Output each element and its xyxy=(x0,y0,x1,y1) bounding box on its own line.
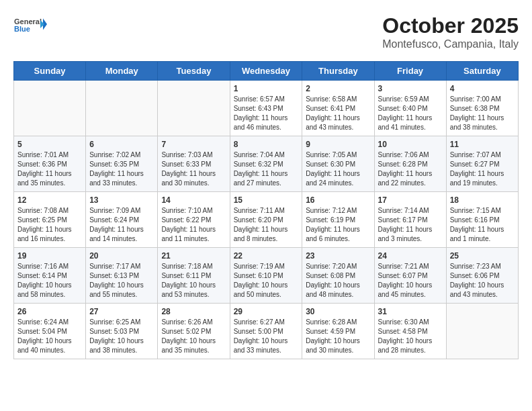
day-info: Sunrise: 7:11 AMSunset: 6:20 PMDaylight:… xyxy=(234,206,299,244)
table-row xyxy=(14,81,86,136)
table-row: 29Sunrise: 6:27 AMSunset: 5:00 PMDayligh… xyxy=(230,304,302,359)
day-number: 13 xyxy=(89,195,154,205)
calendar-table: Sunday Monday Tuesday Wednesday Thursday… xyxy=(13,61,519,359)
day-number: 17 xyxy=(378,195,443,205)
col-sunday: Sunday xyxy=(14,62,86,81)
day-info: Sunrise: 7:01 AMSunset: 6:36 PMDaylight:… xyxy=(17,150,82,188)
table-row xyxy=(86,81,158,136)
col-saturday: Saturday xyxy=(446,62,518,81)
day-number: 22 xyxy=(234,251,299,261)
day-number: 21 xyxy=(161,251,226,261)
table-row: 8Sunrise: 7:04 AMSunset: 6:32 PMDaylight… xyxy=(230,136,302,192)
title-area: October 2025 Montefusco, Campania, Italy xyxy=(382,13,519,50)
day-number: 7 xyxy=(161,140,226,149)
col-monday: Monday xyxy=(86,62,158,81)
table-row: 13Sunrise: 7:09 AMSunset: 6:24 PMDayligh… xyxy=(86,192,158,248)
table-row: 4Sunrise: 7:00 AMSunset: 6:38 PMDaylight… xyxy=(446,81,518,136)
day-number: 14 xyxy=(161,195,226,205)
calendar-week-row: 19Sunrise: 7:16 AMSunset: 6:14 PMDayligh… xyxy=(14,248,519,304)
day-number: 24 xyxy=(378,251,443,261)
page-subtitle: Montefusco, Campania, Italy xyxy=(382,38,519,50)
table-row: 9Sunrise: 7:05 AMSunset: 6:30 PMDaylight… xyxy=(302,136,374,192)
day-number: 12 xyxy=(17,195,82,205)
day-number: 28 xyxy=(161,307,226,316)
table-row: 25Sunrise: 7:23 AMSunset: 6:06 PMDayligh… xyxy=(446,248,518,304)
table-row: 22Sunrise: 7:19 AMSunset: 6:10 PMDayligh… xyxy=(230,248,302,304)
day-info: Sunrise: 7:09 AMSunset: 6:24 PMDaylight:… xyxy=(89,206,154,244)
day-info: Sunrise: 6:24 AMSunset: 5:04 PMDaylight:… xyxy=(17,318,82,355)
day-info: Sunrise: 7:14 AMSunset: 6:17 PMDaylight:… xyxy=(378,206,443,244)
table-row: 18Sunrise: 7:15 AMSunset: 6:16 PMDayligh… xyxy=(446,192,518,248)
table-row: 17Sunrise: 7:14 AMSunset: 6:17 PMDayligh… xyxy=(374,192,446,248)
table-row: 15Sunrise: 7:11 AMSunset: 6:20 PMDayligh… xyxy=(230,192,302,248)
day-number: 18 xyxy=(450,195,515,205)
day-info: Sunrise: 7:06 AMSunset: 6:28 PMDaylight:… xyxy=(378,150,443,188)
day-number: 26 xyxy=(17,307,82,316)
table-row: 23Sunrise: 7:20 AMSunset: 6:08 PMDayligh… xyxy=(302,248,374,304)
day-number: 20 xyxy=(89,251,154,261)
calendar-week-row: 5Sunrise: 7:01 AMSunset: 6:36 PMDaylight… xyxy=(14,136,519,192)
day-info: Sunrise: 7:15 AMSunset: 6:16 PMDaylight:… xyxy=(450,206,515,244)
day-number: 4 xyxy=(450,84,515,93)
day-info: Sunrise: 7:04 AMSunset: 6:32 PMDaylight:… xyxy=(234,150,299,188)
day-number: 9 xyxy=(306,140,370,149)
day-info: Sunrise: 7:05 AMSunset: 6:30 PMDaylight:… xyxy=(306,150,370,188)
col-tuesday: Tuesday xyxy=(158,62,230,81)
day-info: Sunrise: 6:57 AMSunset: 6:43 PMDaylight:… xyxy=(234,95,299,132)
day-number: 6 xyxy=(89,140,154,149)
day-info: Sunrise: 7:00 AMSunset: 6:38 PMDaylight:… xyxy=(450,95,515,132)
col-thursday: Thursday xyxy=(302,62,374,81)
calendar-week-row: 1Sunrise: 6:57 AMSunset: 6:43 PMDaylight… xyxy=(14,81,519,136)
day-number: 15 xyxy=(234,195,299,205)
table-row: 7Sunrise: 7:03 AMSunset: 6:33 PMDaylight… xyxy=(158,136,230,192)
table-row: 31Sunrise: 6:30 AMSunset: 4:58 PMDayligh… xyxy=(374,304,446,359)
day-info: Sunrise: 6:30 AMSunset: 4:58 PMDaylight:… xyxy=(378,318,443,355)
page-title: October 2025 xyxy=(382,13,519,38)
day-info: Sunrise: 6:26 AMSunset: 5:02 PMDaylight:… xyxy=(161,318,226,355)
table-row xyxy=(446,304,518,359)
svg-text:Blue: Blue xyxy=(14,25,30,33)
table-row: 5Sunrise: 7:01 AMSunset: 6:36 PMDaylight… xyxy=(14,136,86,192)
table-row: 19Sunrise: 7:16 AMSunset: 6:14 PMDayligh… xyxy=(14,248,86,304)
day-info: Sunrise: 7:08 AMSunset: 6:25 PMDaylight:… xyxy=(17,206,82,244)
table-row xyxy=(158,81,230,136)
day-info: Sunrise: 7:21 AMSunset: 6:07 PMDaylight:… xyxy=(378,262,443,300)
col-friday: Friday xyxy=(374,62,446,81)
calendar-header-row: Sunday Monday Tuesday Wednesday Thursday… xyxy=(14,62,519,81)
table-row: 10Sunrise: 7:06 AMSunset: 6:28 PMDayligh… xyxy=(374,136,446,192)
day-info: Sunrise: 7:03 AMSunset: 6:33 PMDaylight:… xyxy=(161,150,226,188)
header: General Blue October 2025 Montefusco, Ca… xyxy=(13,13,519,50)
table-row: 20Sunrise: 7:17 AMSunset: 6:13 PMDayligh… xyxy=(86,248,158,304)
table-row: 28Sunrise: 6:26 AMSunset: 5:02 PMDayligh… xyxy=(158,304,230,359)
day-number: 11 xyxy=(450,140,515,149)
day-number: 23 xyxy=(306,251,370,261)
table-row: 12Sunrise: 7:08 AMSunset: 6:25 PMDayligh… xyxy=(14,192,86,248)
day-number: 29 xyxy=(234,307,299,316)
logo-svg: General Blue xyxy=(13,13,47,40)
day-info: Sunrise: 7:16 AMSunset: 6:14 PMDaylight:… xyxy=(17,262,82,300)
day-number: 25 xyxy=(450,251,515,261)
day-info: Sunrise: 6:27 AMSunset: 5:00 PMDaylight:… xyxy=(234,318,299,355)
day-info: Sunrise: 7:12 AMSunset: 6:19 PMDaylight:… xyxy=(306,206,370,244)
day-info: Sunrise: 7:02 AMSunset: 6:35 PMDaylight:… xyxy=(89,150,154,188)
table-row: 2Sunrise: 6:58 AMSunset: 6:41 PMDaylight… xyxy=(302,81,374,136)
day-number: 1 xyxy=(234,84,299,93)
day-number: 27 xyxy=(89,307,154,316)
day-info: Sunrise: 7:19 AMSunset: 6:10 PMDaylight:… xyxy=(234,262,299,300)
day-info: Sunrise: 7:17 AMSunset: 6:13 PMDaylight:… xyxy=(89,262,154,300)
table-row: 30Sunrise: 6:28 AMSunset: 4:59 PMDayligh… xyxy=(302,304,374,359)
day-number: 19 xyxy=(17,251,82,261)
table-row: 11Sunrise: 7:07 AMSunset: 6:27 PMDayligh… xyxy=(446,136,518,192)
table-row: 27Sunrise: 6:25 AMSunset: 5:03 PMDayligh… xyxy=(86,304,158,359)
day-info: Sunrise: 7:18 AMSunset: 6:11 PMDaylight:… xyxy=(161,262,226,300)
day-info: Sunrise: 7:10 AMSunset: 6:22 PMDaylight:… xyxy=(161,206,226,244)
table-row: 6Sunrise: 7:02 AMSunset: 6:35 PMDaylight… xyxy=(86,136,158,192)
day-number: 5 xyxy=(17,140,82,149)
day-number: 3 xyxy=(378,84,443,93)
day-info: Sunrise: 7:07 AMSunset: 6:27 PMDaylight:… xyxy=(450,150,515,188)
day-info: Sunrise: 7:23 AMSunset: 6:06 PMDaylight:… xyxy=(450,262,515,300)
day-info: Sunrise: 7:20 AMSunset: 6:08 PMDaylight:… xyxy=(306,262,370,300)
calendar-week-row: 26Sunrise: 6:24 AMSunset: 5:04 PMDayligh… xyxy=(14,304,519,359)
col-wednesday: Wednesday xyxy=(230,62,302,81)
day-number: 10 xyxy=(378,140,443,149)
